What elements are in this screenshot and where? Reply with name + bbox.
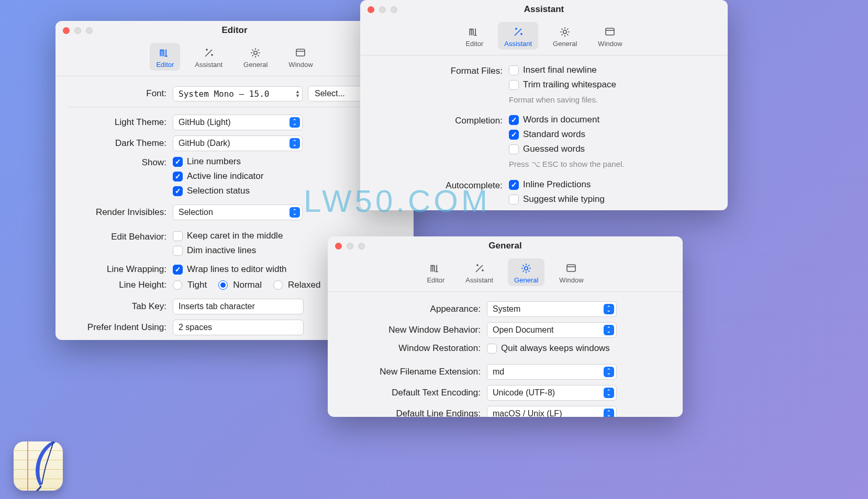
light-theme-label: Light Theme: bbox=[68, 117, 173, 128]
tab-label: Assistant bbox=[465, 276, 493, 284]
new-window-popup[interactable]: Open Document bbox=[487, 322, 617, 338]
active-line-checkbox[interactable]: Active line indicator bbox=[173, 171, 263, 182]
assistant-body: Format Files: Insert final newline Trim … bbox=[360, 55, 728, 210]
selection-status-checkbox[interactable]: Selection status bbox=[173, 186, 250, 196]
line-endings-label: Default Line Endings: bbox=[340, 409, 487, 417]
chevron-updown-icon bbox=[290, 207, 300, 218]
checkbox-icon bbox=[173, 172, 183, 182]
completion-hint: Press ⌥ ESC to show the panel. bbox=[509, 160, 624, 169]
chevron-updown-icon bbox=[290, 117, 300, 128]
stepper-arrows-icon[interactable]: ▲▼ bbox=[295, 89, 300, 98]
quit-keeps-checkbox[interactable]: Quit always keeps windows bbox=[487, 343, 610, 354]
render-invisibles-popup[interactable]: Selection bbox=[173, 205, 303, 220]
minimize-button[interactable] bbox=[379, 6, 386, 13]
tab-assistant[interactable]: Assistant bbox=[188, 43, 229, 71]
minimize-button[interactable] bbox=[74, 27, 81, 34]
close-button[interactable] bbox=[368, 6, 374, 13]
font-stepper[interactable]: System Mono — 15.0 ▲▼ bbox=[173, 86, 303, 101]
general-body: Appearance: System New Window Behavior: … bbox=[328, 292, 683, 417]
dim-inactive-checkbox[interactable]: Dim inactive lines bbox=[173, 245, 256, 256]
checkbox-icon bbox=[173, 265, 183, 275]
close-button[interactable] bbox=[335, 243, 342, 249]
tab-key-popup[interactable]: Inserts tab character bbox=[173, 299, 304, 314]
words-in-doc-checkbox[interactable]: Words in document bbox=[509, 115, 599, 125]
tab-general[interactable]: General bbox=[547, 22, 583, 50]
radio-tight[interactable] bbox=[173, 280, 182, 290]
wrap-lines-checkbox[interactable]: Wrap lines to editor width bbox=[173, 264, 287, 275]
dark-theme-popup[interactable]: GitHub (Dark) bbox=[173, 135, 303, 151]
inline-predictions-checkbox[interactable]: Inline Predictions bbox=[509, 179, 591, 190]
tab-general[interactable]: General bbox=[508, 258, 544, 286]
checkbox-icon bbox=[487, 344, 497, 354]
checkbox-label: Wrap lines to editor width bbox=[187, 264, 287, 275]
completion-label: Completion: bbox=[373, 115, 509, 126]
tab-label: Editor bbox=[465, 40, 483, 48]
keep-caret-checkbox[interactable]: Keep caret in the middle bbox=[173, 231, 283, 241]
insert-newline-checkbox[interactable]: Insert final newline bbox=[509, 65, 597, 75]
close-button[interactable] bbox=[63, 27, 70, 34]
new-ext-label: New Filename Extension: bbox=[340, 367, 487, 377]
appearance-popup[interactable]: System bbox=[487, 301, 617, 317]
checkbox-label: Words in document bbox=[523, 115, 599, 125]
checkbox-label: Insert final newline bbox=[523, 65, 597, 75]
new-ext-popup[interactable]: md bbox=[487, 364, 617, 380]
suggest-typing-checkbox[interactable]: Suggest while typing bbox=[509, 194, 605, 205]
popup-value: Selection bbox=[179, 208, 213, 217]
general-preferences-window: General Editor Assistant General Window … bbox=[328, 236, 683, 417]
assistant-icon bbox=[202, 46, 216, 60]
tab-window[interactable]: Window bbox=[282, 43, 319, 71]
radio-relaxed[interactable] bbox=[273, 280, 283, 290]
checkbox-label: Guessed words bbox=[523, 144, 585, 154]
zoom-button[interactable] bbox=[86, 27, 93, 34]
checkbox-label: Standard words bbox=[523, 129, 585, 140]
chevron-updown-icon bbox=[604, 325, 614, 335]
line-endings-popup[interactable]: macOS / Unix (LF) bbox=[487, 406, 617, 417]
chevron-updown-icon bbox=[290, 138, 300, 149]
checkbox-label: Inline Predictions bbox=[523, 179, 591, 190]
button-label: Select... bbox=[315, 89, 345, 98]
preferences-toolbar: Editor Assistant General Window bbox=[360, 19, 728, 55]
window-titlebar: Assistant bbox=[360, 0, 728, 19]
autocomplete-label: Autocomplete: bbox=[373, 179, 509, 191]
popup-value: Unicode (UTF-8) bbox=[493, 388, 555, 398]
tab-assistant[interactable]: Assistant bbox=[498, 22, 538, 50]
tab-editor[interactable]: Editor bbox=[150, 43, 180, 71]
line-numbers-checkbox[interactable]: Line numbers bbox=[173, 156, 241, 167]
window-titlebar: General bbox=[328, 236, 683, 255]
light-theme-popup[interactable]: GitHub (Light) bbox=[173, 115, 303, 130]
guessed-words-checkbox[interactable]: Guessed words bbox=[509, 144, 585, 154]
checkbox-icon bbox=[173, 231, 183, 241]
tab-window[interactable]: Window bbox=[553, 258, 589, 286]
zoom-button[interactable] bbox=[391, 6, 397, 13]
checkbox-label: Suggest while typing bbox=[523, 194, 605, 205]
checkbox-icon bbox=[509, 80, 519, 90]
svg-point-3 bbox=[563, 30, 566, 33]
checkbox-label: Active line indicator bbox=[187, 171, 263, 182]
tab-editor[interactable]: Editor bbox=[459, 22, 489, 50]
zoom-button[interactable] bbox=[358, 243, 365, 249]
checkbox-label: Keep caret in the middle bbox=[187, 231, 283, 241]
tab-label: Editor bbox=[427, 276, 444, 284]
radio-normal[interactable] bbox=[218, 280, 228, 290]
window-title: General bbox=[328, 241, 683, 251]
assistant-preferences-window: Assistant Editor Assistant General Windo… bbox=[360, 0, 728, 210]
checkbox-label: Dim inactive lines bbox=[187, 245, 256, 256]
popup-value: Open Document bbox=[493, 325, 554, 335]
tab-general[interactable]: General bbox=[237, 43, 274, 71]
tab-assistant[interactable]: Assistant bbox=[459, 258, 499, 286]
popup-value: GitHub (Dark) bbox=[179, 139, 230, 148]
preferences-toolbar: Editor Assistant General Window bbox=[328, 255, 683, 292]
standard-words-checkbox[interactable]: Standard words bbox=[509, 129, 585, 140]
format-hint: Format when saving files. bbox=[509, 95, 598, 104]
trim-whitespace-checkbox[interactable]: Trim trailing whitespace bbox=[509, 80, 616, 90]
font-label: Font: bbox=[68, 88, 173, 99]
checkbox-label: Quit always keeps windows bbox=[501, 343, 610, 354]
tab-editor[interactable]: Editor bbox=[420, 258, 451, 286]
minimize-button[interactable] bbox=[347, 243, 353, 249]
checkbox-icon bbox=[509, 180, 519, 190]
traffic-lights bbox=[335, 243, 365, 249]
encoding-popup[interactable]: Unicode (UTF-8) bbox=[487, 385, 617, 401]
app-icon bbox=[14, 441, 63, 491]
prefer-indent-popup[interactable]: 2 spaces bbox=[173, 320, 304, 335]
tab-window[interactable]: Window bbox=[592, 22, 628, 50]
